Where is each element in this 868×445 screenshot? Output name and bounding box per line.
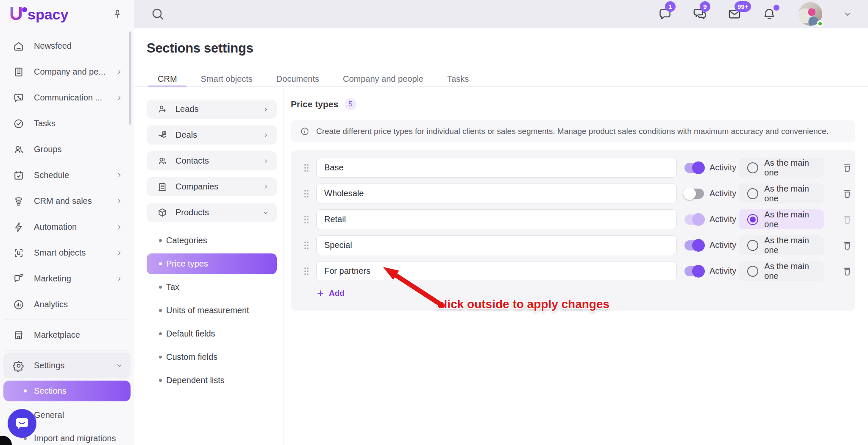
delete-button[interactable] bbox=[841, 265, 854, 278]
activity-toggle[interactable] bbox=[684, 214, 704, 225]
subnav-subitem-price-types[interactable]: Price types bbox=[147, 253, 277, 274]
toggle-knob bbox=[683, 187, 696, 200]
chevron-down-icon[interactable] bbox=[843, 9, 853, 19]
chevron-down-icon bbox=[116, 362, 123, 369]
subnav-subitem-units-of-measurement[interactable]: Units of measurement bbox=[147, 299, 277, 322]
subnav-item-deals[interactable]: Deals bbox=[147, 125, 277, 145]
pin-icon[interactable] bbox=[112, 8, 123, 19]
activity-label: Activity bbox=[709, 163, 736, 172]
delete-button[interactable] bbox=[841, 239, 854, 252]
communication-icon bbox=[13, 92, 25, 104]
sidebar-item-company-and-pe[interactable]: Company and pe... bbox=[0, 59, 134, 85]
search-icon[interactable] bbox=[150, 7, 165, 21]
subnav-item-products[interactable]: Products bbox=[147, 203, 277, 222]
tab-crm[interactable]: CRM bbox=[148, 71, 186, 87]
tab-smart-objects[interactable]: Smart objects bbox=[192, 71, 262, 87]
sidebar-item-settings[interactable]: Settings bbox=[3, 353, 131, 378]
as-main-radio[interactable]: As the main one bbox=[739, 235, 824, 255]
chat-widget-button[interactable] bbox=[8, 409, 36, 438]
drag-handle-icon[interactable] bbox=[303, 215, 309, 224]
sidebar-item-newsfeed[interactable]: Newsfeed bbox=[0, 33, 134, 59]
tab-tasks[interactable]: Tasks bbox=[438, 71, 478, 87]
activity-label: Activity bbox=[709, 214, 736, 224]
sidebar-item-analytics[interactable]: Analytics bbox=[0, 292, 134, 317]
drag-handle-icon[interactable] bbox=[303, 189, 309, 198]
sidebar-item-groups[interactable]: Groups bbox=[0, 136, 134, 162]
activity-toggle[interactable] bbox=[684, 189, 704, 199]
tab-label: Company and people bbox=[343, 74, 423, 84]
radio-icon bbox=[747, 240, 758, 251]
activity-toggle[interactable] bbox=[684, 240, 704, 250]
add-button[interactable]: Add bbox=[316, 287, 363, 300]
drag-handle-icon[interactable] bbox=[303, 267, 309, 276]
subnav-subitem-categories[interactable]: Categories bbox=[147, 229, 277, 252]
subnav-subitem-label: Dependent lists bbox=[166, 375, 225, 385]
subnav-item-label: Leads bbox=[175, 104, 199, 114]
price-type-name-input[interactable] bbox=[316, 158, 677, 178]
topbar-actions: 1 9 99+ bbox=[658, 2, 853, 26]
delete-button[interactable] bbox=[841, 161, 854, 174]
sidebar-item-marketplace[interactable]: Marketplace bbox=[0, 322, 134, 348]
contacts-icon bbox=[157, 156, 168, 167]
sidebar-item-sections[interactable]: Sections bbox=[3, 381, 131, 401]
svg-text:U: U bbox=[9, 4, 23, 24]
as-main-radio[interactable]: As the main one bbox=[739, 158, 824, 178]
crm-icon bbox=[13, 195, 25, 207]
tab-company-and-people[interactable]: Company and people bbox=[334, 71, 433, 87]
chevron-right-icon bbox=[116, 249, 123, 256]
price-type-name-input[interactable] bbox=[316, 184, 677, 203]
sidebar-item-tasks[interactable]: Tasks bbox=[0, 111, 134, 136]
as-main-radio[interactable]: As the main one bbox=[739, 184, 824, 203]
bullet-dot bbox=[159, 286, 162, 289]
drag-handle-icon[interactable] bbox=[303, 163, 309, 172]
price-type-name-input[interactable] bbox=[316, 235, 677, 255]
subnav-item-leads[interactable]: Leads bbox=[147, 100, 277, 119]
marketing-icon bbox=[13, 273, 25, 285]
annotation-text: click outside to apply changes bbox=[437, 298, 609, 311]
price-type-row: ActivityAs the main one bbox=[291, 209, 855, 229]
price-type-name-input[interactable] bbox=[316, 261, 677, 281]
sidebar-item-schedule[interactable]: Schedule bbox=[0, 162, 134, 188]
sidebar-item-communication[interactable]: Communication ... bbox=[0, 85, 134, 111]
bullet-dot bbox=[159, 262, 162, 265]
activity-label: Activity bbox=[709, 240, 736, 250]
sidebar-scrollbar[interactable] bbox=[129, 31, 131, 125]
sidebar-divider bbox=[4, 320, 130, 320]
activity-toggle[interactable] bbox=[684, 163, 704, 173]
price-type-name-input[interactable] bbox=[316, 209, 677, 229]
as-main-label: As the main one bbox=[764, 236, 824, 255]
uspacy-logo[interactable]: U spacy bbox=[9, 4, 78, 24]
chevron-right-icon bbox=[116, 172, 123, 179]
as-main-radio[interactable]: As the main one bbox=[739, 261, 824, 281]
bullet-dot bbox=[24, 389, 27, 392]
sidebar-item-marketing[interactable]: Marketing bbox=[0, 266, 134, 292]
tab-documents[interactable]: Documents bbox=[267, 71, 328, 87]
subnav-subitem-default-fields[interactable]: Default fields bbox=[147, 322, 277, 345]
subnav-subitem-tax[interactable]: Tax bbox=[147, 275, 277, 299]
bullet-dot bbox=[159, 309, 162, 312]
subnav-subitem-dependent-lists[interactable]: Dependent lists bbox=[147, 369, 277, 392]
notifications-bell-button[interactable] bbox=[762, 7, 776, 21]
subnav-item-contacts[interactable]: Contacts bbox=[147, 151, 277, 170]
price-type-row: ActivityAs the main one bbox=[291, 184, 855, 203]
toggle-knob bbox=[692, 265, 705, 278]
sidebar-item-automation[interactable]: Automation bbox=[0, 214, 134, 240]
mail-button[interactable]: 99+ bbox=[727, 7, 742, 21]
messages-button[interactable]: 1 bbox=[658, 7, 672, 21]
drag-handle-icon[interactable] bbox=[303, 241, 309, 250]
delete-button[interactable] bbox=[841, 187, 854, 200]
as-main-radio[interactable]: As the main one bbox=[739, 209, 824, 229]
subnav-subitem-custom-fields[interactable]: Custom fields bbox=[147, 345, 277, 369]
settings-icon bbox=[13, 360, 25, 372]
user-avatar[interactable] bbox=[798, 2, 822, 26]
activity-toggle[interactable] bbox=[684, 266, 704, 276]
sidebar-item-crm-and-sales[interactable]: CRM and sales bbox=[0, 188, 134, 214]
as-main-label: As the main one bbox=[764, 158, 824, 178]
notifications-dot-badge bbox=[773, 5, 779, 11]
company-icon bbox=[13, 66, 25, 78]
price-rows: ActivityAs the main oneActivityAs the ma… bbox=[291, 158, 855, 281]
subnav-item-companies[interactable]: Companies bbox=[147, 177, 277, 196]
sidebar-item-label: Newsfeed bbox=[34, 41, 72, 51]
group-chats-button[interactable]: 9 bbox=[693, 7, 707, 21]
sidebar-item-smart-objects[interactable]: Smart objects bbox=[0, 240, 134, 266]
